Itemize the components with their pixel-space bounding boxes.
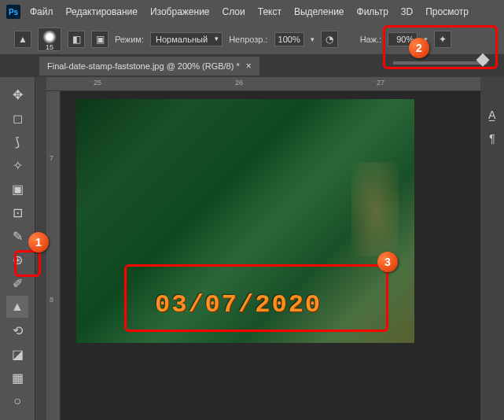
menu-file[interactable]: Файл xyxy=(30,6,53,17)
crop-tool[interactable]: ▣ xyxy=(6,178,28,200)
date-stamp-text: 03/07/2020 xyxy=(155,290,322,319)
menu-filter[interactable]: Фильтр xyxy=(357,6,388,17)
marquee-tool[interactable]: ◻ xyxy=(6,107,28,129)
ruler-vertical: 7 8 xyxy=(46,91,61,420)
flow-slider-track[interactable] xyxy=(393,61,487,64)
blur-tool[interactable]: ○ xyxy=(6,390,28,412)
menu-layers[interactable]: Слои xyxy=(223,6,245,17)
clone-stamp-tool[interactable]: ▲ xyxy=(6,296,28,318)
magic-wand-tool[interactable]: ✧ xyxy=(6,154,28,176)
menu-select[interactable]: Выделение xyxy=(294,6,344,17)
image-content: 03/07/2020 xyxy=(76,99,414,343)
document-tab[interactable]: Final-date-stamp-faststone.jpg @ 200% (R… xyxy=(39,57,259,76)
brush-tool[interactable]: ✐ xyxy=(6,272,28,294)
pressure-opacity-icon[interactable]: ◔ xyxy=(321,31,338,48)
tab-title: Final-date-stamp-faststone.jpg @ 200% (R… xyxy=(47,61,240,71)
menu-edit[interactable]: Редактирование xyxy=(66,6,138,17)
annotation-marker-2: 2 xyxy=(409,38,429,58)
flow-label: Наж.: xyxy=(360,35,382,44)
document-tab-bar: Final-date-stamp-faststone.jpg @ 200% (R… xyxy=(0,55,504,77)
eraser-tool[interactable]: ◪ xyxy=(6,343,28,365)
brush-settings-icon[interactable]: ◧ xyxy=(68,31,85,48)
ruler-horizontal: 25 26 27 xyxy=(46,77,480,91)
move-tool[interactable]: ✥ xyxy=(6,83,28,105)
workspace: ✥ ◻ ⟆ ✧ ▣ ⊡ ✎ ⊛ ✐ ▲ ⟲ ◪ ▦ ○ 25 26 27 7 8… xyxy=(0,77,504,420)
healing-tool[interactable]: ⊛ xyxy=(6,249,28,271)
paragraph-panel-icon[interactable]: ¶ xyxy=(489,132,495,145)
right-panel: A̲ ¶ xyxy=(480,77,504,420)
character-panel-icon[interactable]: A̲ xyxy=(488,109,496,121)
close-icon[interactable]: × xyxy=(246,61,252,72)
menu-image[interactable]: Изображение xyxy=(150,6,210,17)
opacity-value[interactable]: 100% xyxy=(274,32,304,46)
frame-tool[interactable]: ⊡ xyxy=(6,201,28,223)
canvas-area: 25 26 27 7 8 03/07/2020 xyxy=(46,77,480,420)
mode-label: Режим: xyxy=(115,35,144,44)
eyedropper-tool[interactable]: ✎ xyxy=(6,225,28,247)
tool-preset-icon[interactable]: ▲ xyxy=(14,31,31,48)
annotation-marker-1: 1 xyxy=(28,232,49,252)
blend-mode-dropdown[interactable]: Нормальный xyxy=(150,32,223,46)
gradient-tool[interactable]: ▦ xyxy=(6,367,28,389)
photoshop-logo: Ps xyxy=(6,5,20,19)
menu-view[interactable]: Просмотр xyxy=(425,6,469,17)
lasso-tool[interactable]: ⟆ xyxy=(6,131,28,153)
annotation-marker-3: 3 xyxy=(377,252,398,272)
menu-text[interactable]: Текст xyxy=(258,6,281,17)
opacity-label: Непрозр.: xyxy=(229,35,267,44)
menu-bar: Ps Файл Редактирование Изображение Слои … xyxy=(0,0,504,24)
brush-size-label: 15 xyxy=(38,43,61,51)
history-brush-tool[interactable]: ⟲ xyxy=(6,319,28,341)
canvas-viewport[interactable]: 03/07/2020 xyxy=(61,91,480,420)
menu-3d[interactable]: 3D xyxy=(401,6,413,17)
brush-panel-icon[interactable]: ▣ xyxy=(91,31,109,48)
airbrush-icon[interactable]: ✦ xyxy=(434,31,451,48)
